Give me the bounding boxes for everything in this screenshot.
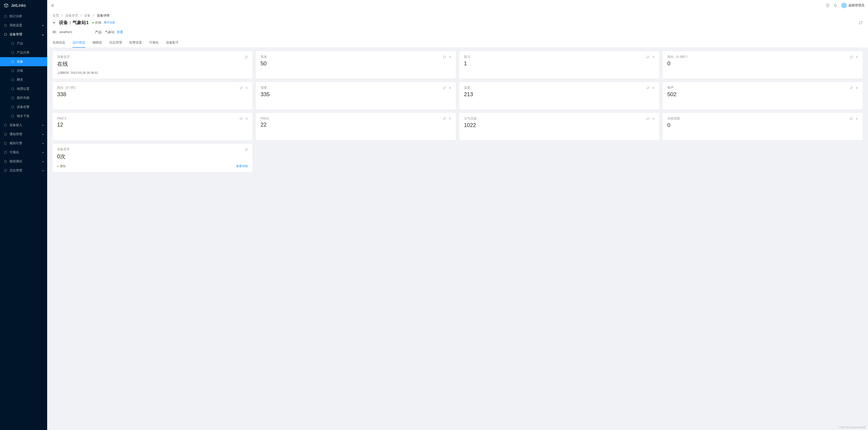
card-title: 风速 xyxy=(260,55,267,59)
card-title: 设备状态 xyxy=(57,55,70,59)
disconnect-link[interactable]: 断开连接 xyxy=(104,21,115,25)
card-list-icon[interactable] xyxy=(448,117,451,120)
sidebar-subitem[interactable]: 设备告警 xyxy=(0,102,47,112)
tab[interactable]: 设备影子 xyxy=(166,38,179,48)
card-title: 湿度 xyxy=(260,86,267,90)
card-list-icon[interactable] xyxy=(855,86,858,89)
card-list-icon[interactable] xyxy=(855,56,858,59)
svg-rect-7 xyxy=(11,79,13,81)
card-refresh-icon[interactable] xyxy=(240,86,243,89)
tab[interactable]: 物模型 xyxy=(93,38,102,48)
svg-rect-4 xyxy=(11,52,13,54)
meta-id: ID: weather1 xyxy=(53,30,72,34)
card-title: 温度 xyxy=(464,86,470,90)
breadcrumb-item[interactable]: 设备管理 xyxy=(65,13,78,17)
card-title: 光照强度 xyxy=(667,117,680,121)
metric-card: 湿度335 xyxy=(256,82,456,109)
card-refresh-icon[interactable] xyxy=(647,56,649,59)
nav-menu: 统计分析系统设置▾设备管理▴产品产品分类设备分组网关地理位置固件升级设备告警指令… xyxy=(0,11,47,430)
card-refresh-icon[interactable] xyxy=(850,86,853,89)
cards-grid: 设备状态在线上线时间: 2022-03-28 16:36:52风速50风力1风向… xyxy=(47,48,868,176)
sidebar-item[interactable]: 规则引擎▾ xyxy=(0,139,47,148)
sidebar-item[interactable]: 通知管理▾ xyxy=(0,130,47,139)
sidebar-item[interactable]: 可视化▾ xyxy=(0,148,47,157)
sidebar-subitem[interactable]: 指令下发 xyxy=(0,112,47,121)
reload-icon[interactable] xyxy=(859,21,863,25)
help-icon[interactable] xyxy=(826,4,830,7)
card-value: 0次 xyxy=(57,153,248,160)
card-refresh-icon[interactable] xyxy=(443,117,446,120)
metric-card: 温度213 xyxy=(459,82,659,109)
svg-rect-14 xyxy=(4,142,6,144)
card-list-icon[interactable] xyxy=(652,56,655,59)
tab[interactable]: 运行状态 xyxy=(72,38,85,48)
card-value: 12 xyxy=(57,122,248,128)
card-extra: 上线时间: 2022-03-28 16:36:52 xyxy=(57,71,248,75)
user-menu[interactable]: 超级管理员 xyxy=(841,3,864,8)
svg-rect-10 xyxy=(11,106,13,108)
warn-label: 警告 xyxy=(60,164,66,168)
svg-rect-8 xyxy=(11,88,13,90)
card-value: 335 xyxy=(260,91,451,97)
card-value: 338 xyxy=(57,91,248,97)
svg-rect-1 xyxy=(4,24,6,26)
tab[interactable]: 实例信息 xyxy=(53,38,65,48)
card-refresh-icon[interactable] xyxy=(245,56,248,59)
logo[interactable]: JetLinks xyxy=(0,0,47,11)
metric-card: 采集异常0次警告查看详情 xyxy=(53,144,252,172)
tab[interactable]: 告警设置 xyxy=(129,38,142,48)
sidebar-item[interactable]: 模拟测试▾ xyxy=(0,157,47,166)
sidebar-item[interactable]: 设备管理▴ xyxy=(0,30,47,39)
svg-rect-16 xyxy=(4,160,6,162)
tab[interactable]: 日志管理 xyxy=(109,38,122,48)
brand-name: JetLinks xyxy=(11,3,26,8)
breadcrumb-home[interactable]: 首页 xyxy=(53,13,59,17)
menu-fold-icon[interactable] xyxy=(51,3,55,7)
bell-icon[interactable] xyxy=(834,4,837,7)
sidebar-subitem[interactable]: 网关 xyxy=(0,75,47,84)
back-icon[interactable] xyxy=(53,21,56,25)
card-list-icon[interactable] xyxy=(855,117,858,120)
sidebar-item[interactable]: 统计分析 xyxy=(0,12,47,21)
card-refresh-icon[interactable] xyxy=(647,117,649,120)
card-refresh-icon[interactable] xyxy=(245,148,248,151)
breadcrumb-item[interactable]: 设备 xyxy=(84,13,91,17)
sidebar-subitem[interactable]: 产品分类 xyxy=(0,48,47,57)
sidebar-subitem[interactable]: 分组 xyxy=(0,66,47,75)
card-list-icon[interactable] xyxy=(245,86,248,89)
logo-icon xyxy=(4,3,9,8)
svg-rect-0 xyxy=(4,15,6,17)
view-product-link[interactable]: 查看 xyxy=(117,30,123,34)
chevron-icon: ▾ xyxy=(42,24,43,27)
card-refresh-icon[interactable] xyxy=(850,56,853,59)
sidebar-subitem[interactable]: 设备 xyxy=(0,57,47,66)
card-title: 风力 xyxy=(464,55,470,59)
breadcrumb: 首页 / 设备管理 / 设备 / 设备详情 xyxy=(53,13,863,18)
sidebar: JetLinks 统计分析系统设置▾设备管理▴产品产品分类设备分组网关地理位置固… xyxy=(0,0,47,430)
card-refresh-icon[interactable] xyxy=(240,117,243,120)
view-detail-link[interactable]: 查看详情 xyxy=(236,164,248,168)
card-list-icon[interactable] xyxy=(652,117,655,120)
card-refresh-icon[interactable] xyxy=(850,117,853,120)
card-value: 1 xyxy=(464,60,655,67)
sidebar-item[interactable]: 系统设置▾ xyxy=(0,21,47,30)
tab[interactable]: 可视化 xyxy=(149,38,159,48)
status-dot xyxy=(92,22,94,23)
card-value: 502 xyxy=(667,91,858,97)
card-refresh-icon[interactable] xyxy=(443,56,446,59)
card-refresh-icon[interactable] xyxy=(647,86,649,89)
card-list-icon[interactable] xyxy=(448,86,451,89)
sidebar-item[interactable]: 日志管理▾ xyxy=(0,166,47,175)
sidebar-subitem[interactable]: 固件升级 xyxy=(0,93,47,102)
sidebar-subitem[interactable]: 地理位置 xyxy=(0,84,47,93)
card-list-icon[interactable] xyxy=(448,56,451,59)
card-refresh-icon[interactable] xyxy=(443,86,446,89)
sidebar-subitem[interactable]: 产品 xyxy=(0,39,47,48)
card-list-icon[interactable] xyxy=(652,86,655,89)
chevron-icon: ▾ xyxy=(42,124,43,127)
sidebar-item[interactable]: 设备接入▾ xyxy=(0,121,47,130)
card-list-icon[interactable] xyxy=(245,117,248,120)
card-value: 50 xyxy=(260,60,451,67)
meta-product: 产品: 气象站 查看 xyxy=(95,30,123,34)
card-value: 0 xyxy=(667,60,858,67)
